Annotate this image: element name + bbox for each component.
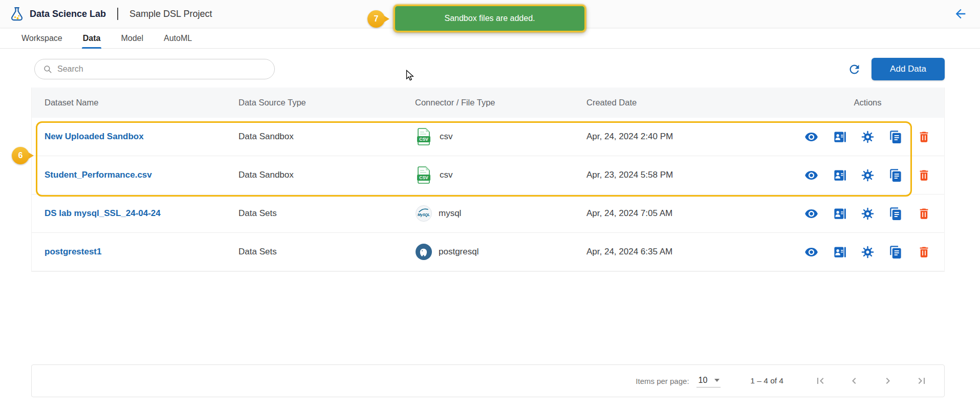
items-per-page-select[interactable]: 10	[696, 375, 721, 388]
refresh-button[interactable]	[847, 62, 861, 76]
next-page-button[interactable]	[881, 374, 895, 388]
copy-button[interactable]	[888, 244, 904, 260]
profile-button[interactable]	[832, 167, 847, 183]
svg-text:CSV: CSV	[419, 175, 428, 180]
data-source-type-cell: Data Sandbox	[238, 170, 415, 180]
connector-cell: CSV csv	[415, 127, 586, 146]
toast-notification: Sandbox files are added.	[394, 5, 586, 32]
dataset-name-cell: DS lab mysql_SSL_24-04-24	[32, 208, 238, 219]
annotation-badge-7: 7	[367, 10, 385, 28]
postgresql-icon	[415, 243, 432, 261]
gear-icon	[861, 207, 875, 221]
trash-icon	[917, 207, 931, 221]
trash-icon	[917, 245, 931, 259]
table-header: Dataset NameData Source TypeConnector / …	[32, 88, 944, 118]
eye-icon	[804, 130, 818, 144]
column-header: Data Source Type	[238, 98, 415, 107]
preview-button[interactable]	[803, 167, 819, 183]
table-row: postgrestest1 Data Sets postgresql Apr, …	[32, 233, 944, 271]
copy-button[interactable]	[888, 129, 904, 145]
settings-button[interactable]	[860, 244, 876, 260]
contact-card-icon	[833, 207, 846, 221]
tab-workspace[interactable]: Workspace	[20, 28, 63, 48]
connector-cell: postgresql	[415, 243, 586, 261]
preview-button[interactable]	[803, 244, 819, 260]
gear-icon	[861, 168, 875, 182]
datasets-table: Dataset NameData Source TypeConnector / …	[31, 88, 945, 272]
table-body: New Uploaded Sandbox Data Sandbox CSV cs…	[32, 118, 944, 271]
items-per-page-label: Items per page:	[636, 377, 689, 385]
tab-automl[interactable]: AutoML	[163, 28, 193, 48]
search-input[interactable]	[57, 64, 266, 74]
pager-buttons	[813, 374, 929, 388]
delete-button[interactable]	[916, 167, 932, 183]
dataset-name-link[interactable]: Student_Performance.csv	[45, 170, 152, 180]
profile-button[interactable]	[832, 206, 847, 222]
data-source-type-cell: Data Sandbox	[238, 132, 415, 142]
dataset-name-cell: New Uploaded Sandbox	[32, 132, 238, 142]
column-header: Actions	[791, 98, 944, 107]
chevron-down-icon	[714, 379, 720, 382]
prev-page-button[interactable]	[847, 374, 861, 388]
copy-button[interactable]	[888, 167, 904, 183]
copy-icon	[889, 168, 903, 182]
search-box[interactable]	[34, 59, 275, 79]
dataset-name-cell: postgrestest1	[32, 247, 238, 257]
contact-card-icon	[833, 168, 846, 182]
connector-label: csv	[440, 170, 453, 180]
connector-cell: CSV csv	[415, 165, 586, 185]
title-divider	[117, 8, 118, 20]
table-row: Student_Performance.csv Data Sandbox CSV…	[32, 156, 944, 195]
preview-button[interactable]	[803, 206, 819, 222]
connector-cell: MySQL mysql	[415, 205, 586, 222]
brand: Data Science Lab Sample DSL Project	[9, 6, 212, 21]
delete-button[interactable]	[916, 206, 932, 222]
profile-button[interactable]	[832, 129, 847, 145]
items-per-page-value: 10	[699, 376, 708, 385]
column-header: Created Date	[586, 98, 791, 107]
first-page-button[interactable]	[813, 374, 827, 388]
dataset-name-link[interactable]: DS lab mysql_SSL_24-04-24	[45, 208, 161, 218]
tab-model[interactable]: Model	[120, 28, 144, 48]
tab-data[interactable]: Data	[82, 28, 102, 48]
created-date-cell: Apr, 24, 2024 7:05 AM	[586, 208, 791, 219]
svg-text:MySQL: MySQL	[418, 213, 430, 217]
data-source-type-cell: Data Sets	[238, 208, 415, 219]
dataset-name-link[interactable]: postgrestest1	[45, 247, 101, 256]
delete-button[interactable]	[916, 129, 932, 145]
trash-icon	[917, 168, 931, 182]
connector-label: mysql	[439, 208, 461, 219]
delete-button[interactable]	[916, 244, 932, 260]
copy-button[interactable]	[888, 206, 904, 222]
toolbar: Add Data	[34, 58, 945, 80]
annotation-badge-6: 6	[12, 147, 29, 164]
back-arrow-icon	[953, 7, 968, 21]
dataset-name-link[interactable]: New Uploaded Sandbox	[45, 132, 144, 141]
actions-cell	[791, 129, 944, 145]
app-title: Data Science Lab	[30, 9, 106, 19]
next-page-icon	[882, 375, 894, 387]
back-button[interactable]	[953, 7, 968, 21]
prev-page-icon	[848, 375, 860, 387]
profile-button[interactable]	[832, 244, 847, 260]
settings-button[interactable]	[860, 129, 876, 145]
copy-icon	[889, 245, 903, 259]
last-page-button[interactable]	[914, 374, 929, 388]
add-data-button[interactable]: Add Data	[872, 58, 945, 80]
settings-button[interactable]	[860, 167, 876, 183]
settings-button[interactable]	[860, 206, 876, 222]
actions-cell	[791, 206, 944, 222]
first-page-icon	[814, 375, 826, 387]
eye-icon	[804, 168, 818, 182]
preview-button[interactable]	[803, 129, 819, 145]
page-range-text: 1 – 4 of 4	[750, 376, 783, 385]
csv-file-icon: CSV	[415, 165, 433, 185]
table-row: DS lab mysql_SSL_24-04-24 Data Sets MySQ…	[32, 195, 944, 233]
actions-cell	[791, 167, 944, 183]
refresh-icon	[847, 62, 861, 76]
gear-icon	[861, 130, 875, 144]
dataset-name-cell: Student_Performance.csv	[32, 170, 238, 180]
created-date-cell: Apr, 24, 2024 6:35 AM	[586, 247, 791, 257]
created-date-cell: Apr, 24, 2024 2:40 PM	[586, 132, 791, 142]
mysql-icon: MySQL	[415, 205, 432, 222]
